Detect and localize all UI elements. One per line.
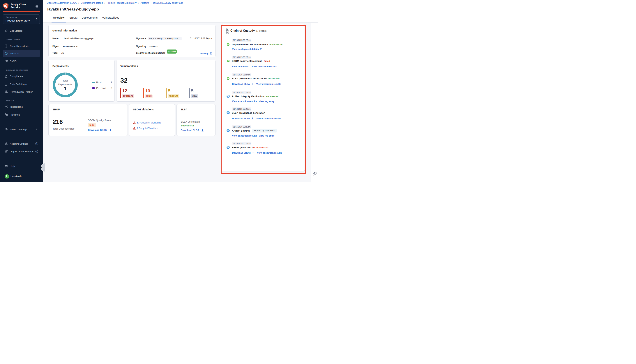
svg-text:?: ? [5, 165, 6, 166]
